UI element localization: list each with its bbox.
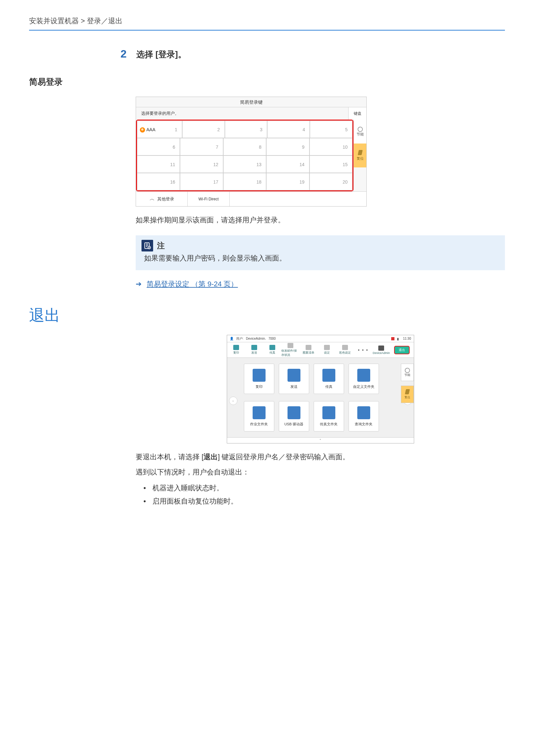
user-6[interactable]: 6 bbox=[137, 138, 180, 155]
chevron-up-icon: ︿ bbox=[150, 196, 155, 202]
user-2[interactable]: 2 bbox=[182, 121, 225, 138]
bars-icon: ▮ bbox=[397, 337, 400, 340]
simple-login-settings-link[interactable]: 简易登录设定 （第 9-24 页） bbox=[147, 279, 238, 289]
clock: 11:30 bbox=[403, 337, 411, 340]
user-3[interactable]: 3 bbox=[225, 121, 267, 138]
arrow-right-icon: ➔ bbox=[136, 280, 141, 288]
note-icon bbox=[141, 240, 153, 252]
tool-send[interactable]: 发送 bbox=[245, 342, 263, 358]
tool-copy[interactable]: 复印 bbox=[227, 342, 245, 358]
send-icon bbox=[288, 369, 300, 382]
page-indicator: • bbox=[227, 437, 414, 443]
keypad-button[interactable]: 键盘 bbox=[348, 107, 366, 120]
home-panel: 👤 用户: DeviceAdmin. 7000 ▮ 11:30 复印 发送 传真… bbox=[227, 335, 414, 444]
app-poll-box[interactable]: 查询文件夹 bbox=[348, 401, 379, 431]
moon-icon bbox=[405, 368, 410, 373]
toolbar: 复印 发送 传真 收发邮件/保存状况 图案清单 设定 彩色设定 • • • De… bbox=[227, 342, 414, 358]
moon-icon bbox=[358, 127, 363, 132]
app-custom-box[interactable]: 自定义文件夹 bbox=[348, 364, 379, 394]
user-12[interactable]: 12 bbox=[180, 155, 223, 173]
energy-saver-button-2[interactable]: 节能 bbox=[401, 364, 414, 381]
folder-icon bbox=[357, 369, 370, 382]
breadcrumb: 安装并设置机器 > 登录／退出 bbox=[29, 16, 505, 31]
poll-box-icon bbox=[357, 406, 370, 419]
logout-button[interactable]: 退出 bbox=[394, 346, 410, 354]
app-usb[interactable]: USB 驱动器 bbox=[279, 401, 309, 431]
nav-prev[interactable]: ‹ bbox=[229, 396, 238, 405]
usb-icon bbox=[288, 406, 300, 419]
user-15[interactable]: 15 bbox=[310, 155, 352, 173]
app-fax-box[interactable]: 传真文件夹 bbox=[314, 401, 344, 431]
logout-heading: 退出 bbox=[29, 305, 505, 326]
tool-fax[interactable]: 传真 bbox=[263, 342, 281, 358]
energy-saver-button[interactable]: 节能 bbox=[353, 120, 366, 144]
note-box: 注 如果需要输入用户密码，则会显示输入画面。 bbox=[136, 235, 505, 270]
simple-login-panel: 简易登录键 选择要登录的用户。 键盘 AAA 1 2 3 4 5 bbox=[136, 97, 367, 206]
reset-button-2[interactable]: 复位 bbox=[401, 386, 414, 403]
user-10[interactable]: 10 bbox=[310, 138, 352, 155]
logout-paragraph-1: 要退出本机，请选择 [退出] 键返回登录用户名／登录密码输入画面。 bbox=[136, 451, 505, 463]
simple-login-heading: 简易登录 bbox=[29, 76, 505, 88]
bullet-2: 启用面板自动复位功能时。 bbox=[143, 495, 505, 508]
note-text: 如果需要输入用户密码，则会显示输入画面。 bbox=[141, 254, 499, 263]
user-1[interactable]: AAA 1 bbox=[137, 121, 182, 138]
user-icon: 👤 bbox=[230, 337, 234, 340]
stop-icon bbox=[391, 337, 394, 340]
user-17[interactable]: 17 bbox=[180, 173, 223, 190]
reset-icon bbox=[358, 150, 363, 155]
user-4[interactable]: 4 bbox=[267, 121, 310, 138]
tool-color[interactable]: 彩色设定 bbox=[336, 342, 354, 358]
step-number: 2 bbox=[103, 47, 127, 60]
bullet-1: 机器进入睡眠状态时。 bbox=[143, 481, 505, 495]
app-send[interactable]: 发送 bbox=[279, 364, 309, 394]
logout-bullets: 机器进入睡眠状态时。 启用面板自动复位功能时。 bbox=[136, 481, 505, 508]
app-fax[interactable]: 传真 bbox=[314, 364, 344, 394]
job-box-icon bbox=[253, 406, 266, 419]
user-7[interactable]: 7 bbox=[180, 138, 223, 155]
app-copy[interactable]: 复印 bbox=[244, 364, 274, 394]
note-label: 注 bbox=[157, 240, 165, 251]
user-13[interactable]: 13 bbox=[223, 155, 266, 173]
user-label: 用户: bbox=[236, 337, 243, 341]
user-19[interactable]: 19 bbox=[266, 173, 309, 190]
reset-icon bbox=[405, 389, 410, 394]
logout-paragraph-2: 遇到以下情况时，用户会自动退出： bbox=[136, 466, 505, 478]
tool-admin[interactable]: DeviceAdmin bbox=[372, 342, 390, 358]
user-9[interactable]: 9 bbox=[266, 138, 309, 155]
user-5[interactable]: 5 bbox=[310, 121, 352, 138]
user-11[interactable]: 11 bbox=[137, 155, 180, 173]
user-16[interactable]: 16 bbox=[137, 173, 180, 190]
user-name: DeviceAdmin. bbox=[246, 337, 266, 340]
wifi-direct-button[interactable]: Wi-Fi Direct bbox=[188, 192, 230, 206]
reset-button[interactable]: 复位 bbox=[353, 144, 366, 167]
user-8[interactable]: 8 bbox=[223, 138, 266, 155]
after-panel-text: 如果操作期间显示该画面，请选择用户并登录。 bbox=[136, 214, 505, 226]
user-icon bbox=[140, 127, 145, 132]
dots-icon: • • • bbox=[358, 347, 368, 353]
user-18[interactable]: 18 bbox=[223, 173, 266, 190]
tool-settings[interactable]: 设定 bbox=[318, 342, 336, 358]
fax-icon bbox=[322, 369, 335, 382]
tool-pattern[interactable]: 图案清单 bbox=[299, 342, 318, 358]
user-20[interactable]: 20 bbox=[310, 173, 352, 190]
other-login-button[interactable]: ︿ 其他登录 bbox=[136, 192, 188, 206]
tool-status[interactable]: 收发邮件/保存状况 bbox=[281, 342, 299, 358]
select-user-label: 选择要登录的用户。 bbox=[136, 111, 348, 116]
copy-icon bbox=[253, 369, 266, 382]
user-14[interactable]: 14 bbox=[266, 155, 309, 173]
counter: 7000 bbox=[268, 337, 276, 340]
step-2: 2 选择 [登录]。 bbox=[29, 47, 505, 60]
panel-title: 简易登录键 bbox=[136, 97, 366, 107]
app-job-box[interactable]: 作业文件夹 bbox=[244, 401, 274, 431]
user-grid: AAA 1 2 3 4 5 6 7 8 9 10 bbox=[136, 120, 353, 191]
tool-more[interactable]: • • • bbox=[354, 342, 372, 358]
step-text: 选择 [登录]。 bbox=[136, 49, 187, 60]
fax-box-icon bbox=[322, 406, 335, 419]
